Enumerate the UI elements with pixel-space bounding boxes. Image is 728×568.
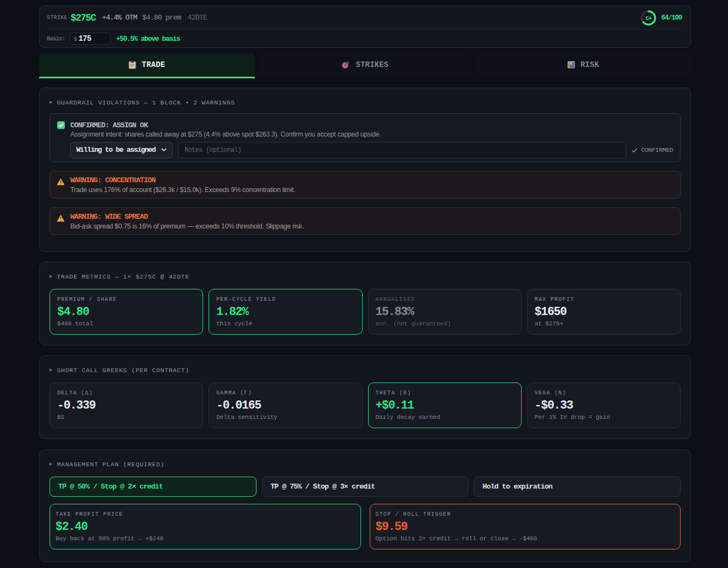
svg-text:C+: C+ [646, 15, 652, 21]
